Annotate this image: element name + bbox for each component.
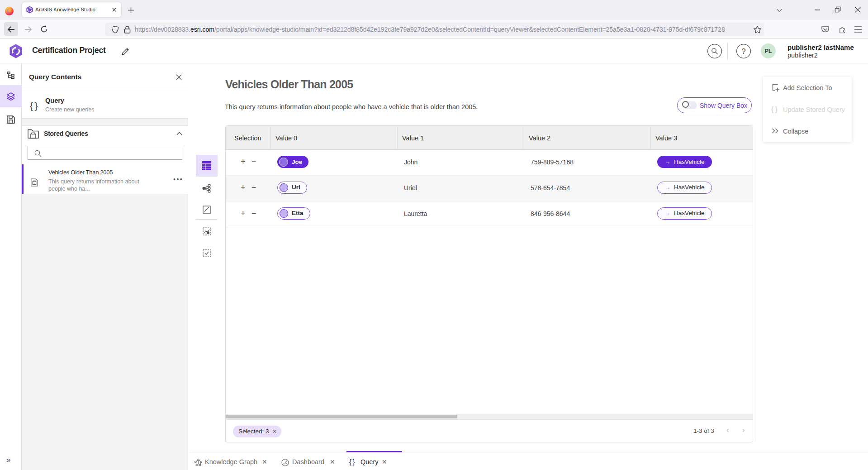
svg-text:?: ?: [741, 47, 745, 56]
